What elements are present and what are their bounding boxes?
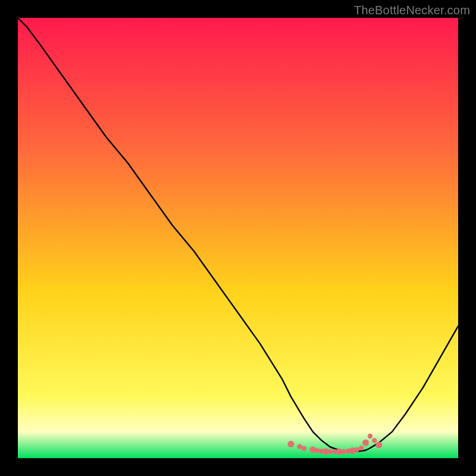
data-dot bbox=[297, 444, 302, 449]
data-dot bbox=[359, 446, 364, 450]
data-dot bbox=[368, 434, 372, 439]
chart-plot bbox=[18, 18, 458, 458]
data-dot bbox=[372, 438, 377, 443]
data-dot bbox=[375, 441, 382, 448]
data-dot bbox=[341, 449, 346, 454]
data-dot bbox=[315, 448, 320, 453]
attribution-text: TheBottleNecker.com bbox=[354, 4, 470, 17]
data-dot bbox=[362, 440, 369, 446]
data-dot bbox=[302, 446, 306, 451]
heatmap-background bbox=[18, 18, 458, 458]
chart-frame: TheBottleNecker.com bbox=[0, 0, 476, 476]
chart-svg bbox=[18, 18, 458, 458]
data-dot bbox=[328, 449, 333, 454]
data-dot bbox=[287, 441, 294, 447]
data-dot bbox=[355, 447, 359, 452]
